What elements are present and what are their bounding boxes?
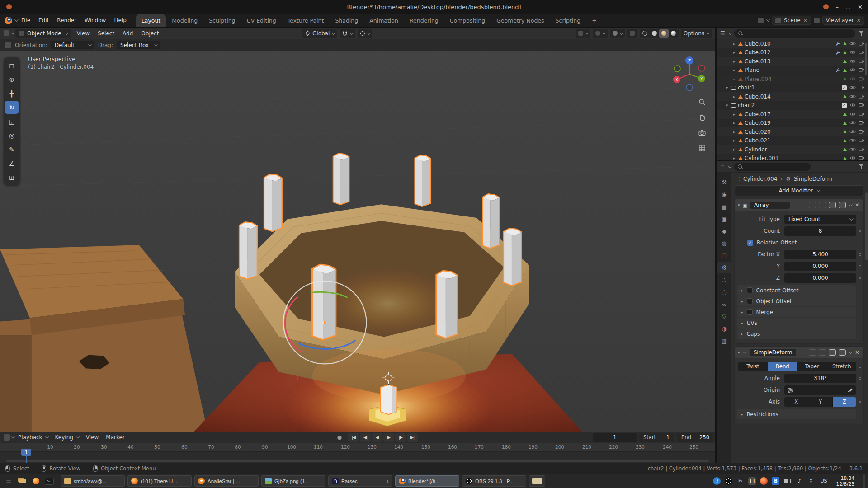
- playhead-frame-badge[interactable]: 1: [21, 449, 31, 456]
- window-titlebar[interactable]: Blender* [/home/amalie/Desktop/blender/b…: [0, 0, 868, 14]
- workspace-tab[interactable]: Rendering: [404, 14, 444, 27]
- timeline-track[interactable]: [0, 452, 715, 463]
- breadcrumb-modifier[interactable]: SimpleDeform: [794, 176, 833, 182]
- properties-tab[interactable]: [717, 310, 731, 322]
- hide-eye-icon[interactable]: [849, 120, 856, 126]
- keyboard-layout-indicator[interactable]: US: [819, 478, 828, 484]
- timeline-body[interactable]: 1020304050607080901001101201301401501601…: [0, 443, 715, 463]
- disclosure-icon[interactable]: [732, 59, 736, 64]
- visibility-dropdown[interactable]: [576, 29, 590, 38]
- display-edit-mode-toggle[interactable]: [819, 202, 826, 208]
- tray-icon[interactable]: [736, 477, 744, 485]
- render-visibility-camera-icon[interactable]: [859, 120, 864, 126]
- timeline-menu-item[interactable]: Keying: [52, 433, 82, 441]
- shading-material-button[interactable]: [659, 29, 669, 38]
- toggle-ortho-icon[interactable]: [697, 143, 707, 153]
- viewlayer-remove-icon[interactable]: ✕: [857, 18, 861, 23]
- modifier-name-field[interactable]: Array: [750, 202, 790, 209]
- properties-tab[interactable]: [717, 249, 731, 261]
- render-visibility-camera-icon[interactable]: [859, 146, 864, 153]
- tool-button[interactable]: ⊞: [5, 171, 19, 184]
- tool-button[interactable]: ◱: [5, 115, 19, 128]
- properties-tab[interactable]: [717, 335, 731, 347]
- disclosure-icon[interactable]: [725, 103, 729, 108]
- outliner-search[interactable]: [734, 29, 855, 38]
- viewport-menu-item[interactable]: Add: [118, 29, 137, 38]
- axis-button[interactable]: Y: [808, 397, 832, 407]
- display-realtime-toggle[interactable]: [829, 202, 836, 208]
- tray-icon[interactable]: [760, 477, 768, 485]
- deform-mode-button[interactable]: Twist: [738, 362, 768, 371]
- disclosure-icon[interactable]: [732, 68, 736, 72]
- tool-button[interactable]: ∠: [5, 157, 19, 170]
- hide-eye-icon[interactable]: [849, 155, 856, 160]
- subpanel-checkbox[interactable]: [747, 309, 753, 315]
- render-visibility-camera-icon[interactable]: [859, 58, 864, 65]
- taskbar-window-button[interactable]: (101) There U... ♪: [127, 475, 192, 487]
- display-on-cage-toggle[interactable]: [809, 202, 816, 208]
- outliner-row[interactable]: Cube.013 ✓: [717, 57, 868, 66]
- taskbar-window-button[interactable]: smb://awv@... ♪: [61, 475, 125, 487]
- properties-tab[interactable]: [717, 188, 731, 200]
- app-menu-item[interactable]: Window: [80, 16, 110, 25]
- outliner-row[interactable]: Cylinder.001 ✓: [717, 154, 868, 160]
- eyedropper-icon[interactable]: [848, 387, 853, 393]
- properties-tab[interactable]: [717, 237, 731, 249]
- remove-modifier-icon[interactable]: ✕: [854, 349, 860, 356]
- proportional-editing-dropdown[interactable]: [358, 29, 372, 38]
- collapsed-subpanel[interactable]: ▸ Constant Offset: [737, 285, 856, 296]
- screen-layout-icon[interactable]: [758, 18, 764, 23]
- display-on-cage-toggle[interactable]: [809, 349, 816, 356]
- launcher-icon[interactable]: [3, 475, 14, 487]
- tray-icon[interactable]: [795, 477, 803, 485]
- tool-button[interactable]: ◎: [5, 129, 19, 142]
- tray-icon[interactable]: [783, 477, 791, 485]
- tool-button[interactable]: ↻: [5, 101, 19, 114]
- extras-chevron-icon[interactable]: [849, 350, 852, 353]
- disclosure-icon[interactable]: [732, 77, 736, 81]
- transport-button[interactable]: ▶|: [407, 433, 418, 442]
- collection-checkbox[interactable]: ✓: [842, 103, 847, 108]
- properties-tab[interactable]: [717, 201, 731, 212]
- taskbar-window-button[interactable]: Blender* [/h... ♪: [395, 475, 459, 487]
- tray-icon[interactable]: [713, 477, 721, 485]
- frame-start-field[interactable]: Start 1: [639, 433, 674, 442]
- snap-dropdown[interactable]: [340, 29, 355, 38]
- frame-end-field[interactable]: End 250: [677, 433, 713, 442]
- blender-logo-icon[interactable]: [5, 17, 12, 24]
- animate-dot-icon[interactable]: [859, 401, 861, 403]
- properties-tab[interactable]: [717, 213, 731, 225]
- tool-button[interactable]: ╋: [5, 87, 19, 100]
- current-frame-field[interactable]: 1: [593, 433, 637, 442]
- modifier-name-field[interactable]: SimpleDeform: [750, 349, 797, 356]
- mode-dropdown[interactable]: Object Mode: [15, 29, 71, 38]
- zoom-icon[interactable]: [697, 97, 707, 107]
- relative-offset-checkbox[interactable]: ✓: [747, 240, 753, 246]
- properties-search[interactable]: [734, 163, 811, 171]
- collapse-chevron-icon[interactable]: ▾: [738, 203, 740, 207]
- animate-dot-icon[interactable]: [859, 253, 861, 256]
- disclosure-icon[interactable]: [732, 147, 736, 152]
- hide-eye-icon[interactable]: [849, 49, 856, 56]
- pan-hand-icon[interactable]: [697, 113, 707, 122]
- workspace-tab[interactable]: Modeling: [166, 14, 203, 27]
- disclosure-icon[interactable]: [732, 112, 736, 117]
- timeline-scrollbar[interactable]: [6, 460, 709, 462]
- 3d-viewport[interactable]: User Perspective (1) chair2 | Cylinder.0…: [0, 51, 715, 432]
- collapsed-subpanel[interactable]: ▸ Caps: [737, 328, 856, 339]
- tray-icon[interactable]: [748, 477, 756, 485]
- close-button[interactable]: ✕: [858, 4, 863, 10]
- display-edit-mode-toggle[interactable]: [819, 349, 826, 356]
- scene-selector[interactable]: Scene ✕: [772, 16, 811, 25]
- transport-button[interactable]: |▶: [395, 433, 406, 442]
- collection-checkbox[interactable]: ✓: [842, 85, 847, 90]
- disclosure-icon[interactable]: [725, 85, 729, 90]
- properties-scrollbar[interactable]: [865, 192, 868, 260]
- outliner-editor-type-icon[interactable]: ☰: [720, 30, 725, 37]
- animate-dot-icon[interactable]: [859, 265, 861, 267]
- animate-dot-icon[interactable]: [859, 277, 861, 279]
- deform-mode-button[interactable]: Bend: [768, 362, 798, 371]
- outliner-row[interactable]: Cube.017 ✓: [717, 110, 868, 119]
- disclosure-icon[interactable]: [732, 156, 736, 160]
- origin-object-field[interactable]: [784, 385, 856, 395]
